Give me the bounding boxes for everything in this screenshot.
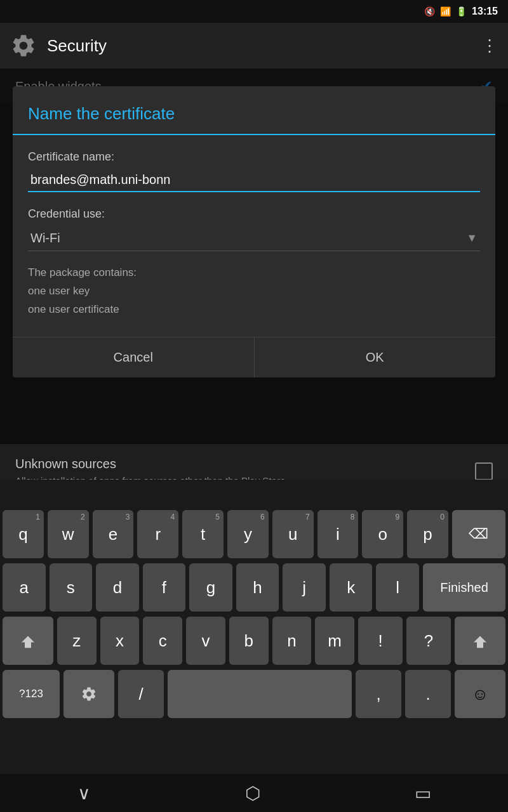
backspace-key[interactable]: ⌫: [452, 510, 505, 558]
key-b[interactable]: b: [229, 617, 269, 665]
unknown-sources-checkbox[interactable]: [475, 462, 493, 480]
gear-icon: [10, 32, 37, 59]
key-a[interactable]: a: [3, 563, 46, 612]
key-s[interactable]: s: [50, 563, 93, 612]
recent-apps-icon[interactable]: ▭: [415, 783, 431, 804]
key-w[interactable]: 2w: [48, 510, 89, 558]
key-v[interactable]: v: [186, 617, 225, 665]
key-d[interactable]: d: [96, 563, 139, 612]
key-question[interactable]: ?: [406, 617, 451, 665]
back-icon[interactable]: ∨: [77, 783, 91, 804]
key-i[interactable]: 8i: [318, 510, 359, 558]
action-bar-title: Security: [47, 36, 471, 56]
cancel-button[interactable]: Cancel: [13, 337, 255, 377]
key-j[interactable]: j: [283, 563, 326, 612]
dropdown-arrow-icon: ▼: [466, 232, 478, 245]
keyboard: 1q 2w 3e 4r 5t 6y 7u 8i 9o 0p ⌫ a s d f …: [0, 480, 508, 812]
key-c[interactable]: c: [143, 617, 182, 665]
dialog-overlay: Name the certificate Certificate name: C…: [0, 69, 508, 475]
certificate-name-input[interactable]: [28, 169, 480, 192]
keyboard-row-3: z x c v b n m ! ?: [0, 614, 508, 667]
certificate-dialog: Name the certificate Certificate name: C…: [13, 86, 495, 377]
key-e[interactable]: 3e: [93, 510, 134, 558]
battery-icon: 🔋: [456, 6, 467, 16]
key-slash[interactable]: /: [118, 670, 164, 718]
mute-icon: 🔇: [424, 6, 435, 16]
key-n[interactable]: n: [272, 617, 312, 665]
unknown-sources-title: Unknown sources: [15, 457, 475, 471]
key-z[interactable]: z: [57, 617, 97, 665]
key-exclaim[interactable]: !: [358, 617, 403, 665]
key-period[interactable]: .: [405, 670, 451, 718]
overflow-menu-icon[interactable]: ⋮: [481, 36, 498, 56]
key-t[interactable]: 5t: [182, 510, 224, 558]
keyboard-row-1: 1q 2w 3e 4r 5t 6y 7u 8i 9o 0p ⌫: [0, 508, 508, 561]
key-g[interactable]: g: [189, 563, 232, 612]
key-k[interactable]: k: [330, 563, 373, 612]
key-x[interactable]: x: [100, 617, 140, 665]
status-time: 13:15: [472, 6, 498, 17]
space-key[interactable]: [168, 670, 352, 718]
credential-use-label: Credential use:: [28, 207, 480, 221]
key-y[interactable]: 6y: [227, 510, 269, 558]
dialog-header: Name the certificate: [13, 86, 495, 135]
key-q[interactable]: 1q: [3, 510, 44, 558]
credential-use-value: Wi-Fi: [30, 231, 60, 246]
dialog-title: Name the certificate: [28, 104, 175, 123]
shift-left-key[interactable]: [3, 617, 53, 665]
status-bar: 🔇 📶 🔋 13:15: [0, 0, 508, 23]
key-l[interactable]: l: [376, 563, 419, 612]
shift-right-key[interactable]: [455, 617, 505, 665]
ok-button[interactable]: OK: [255, 337, 496, 377]
dialog-actions: Cancel OK: [13, 337, 495, 377]
certificate-name-label: Certificate name:: [28, 150, 480, 164]
key-r[interactable]: 4r: [137, 510, 178, 558]
key-f[interactable]: f: [143, 563, 186, 612]
home-icon[interactable]: ⬡: [245, 783, 260, 804]
key-m[interactable]: m: [315, 617, 354, 665]
key-h[interactable]: h: [236, 563, 279, 612]
navigation-bar: ∨ ⬡ ▭: [0, 774, 508, 812]
key-p[interactable]: 0p: [407, 510, 448, 558]
emoji-key[interactable]: ☺: [455, 670, 505, 718]
credential-use-dropdown[interactable]: Wi-Fi ▼: [28, 226, 480, 251]
wifi-icon: 📶: [440, 6, 451, 16]
keyboard-row-2: a s d f g h j k l Finished: [0, 561, 508, 614]
finished-key[interactable]: Finished: [423, 563, 505, 612]
key-comma[interactable]: ,: [356, 670, 401, 718]
num-sym-key[interactable]: ?123: [3, 670, 60, 718]
key-o[interactable]: 9o: [362, 510, 403, 558]
dialog-body: Certificate name: Credential use: Wi-Fi …: [13, 135, 495, 329]
package-info: The package contains: one user key one u…: [28, 264, 480, 319]
key-u[interactable]: 7u: [272, 510, 314, 558]
action-bar: Security ⋮: [0, 23, 508, 69]
keyboard-row-4: ?123 / , . ☺: [0, 667, 508, 721]
settings-key[interactable]: [64, 670, 114, 718]
